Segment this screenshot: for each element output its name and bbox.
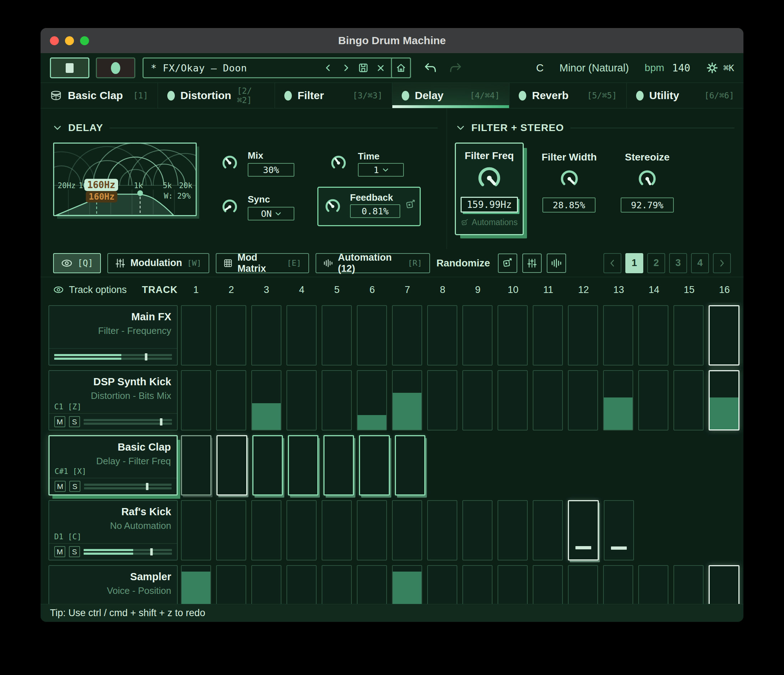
filter-curve-handle[interactable] (137, 190, 143, 196)
feedback-knob[interactable] (324, 198, 341, 215)
slider-handle[interactable] (146, 483, 148, 490)
step-cell-8[interactable] (427, 305, 457, 365)
step-cell-11[interactable] (533, 500, 563, 560)
page-button-3[interactable]: 3 (669, 253, 687, 273)
step-cell-4[interactable] (288, 435, 319, 496)
step-cell-8[interactable] (427, 500, 457, 560)
step-cell-5[interactable] (322, 500, 352, 560)
step-cell-3[interactable] (252, 435, 283, 496)
page-button-1[interactable]: 1 (625, 253, 643, 273)
step-cell-9[interactable] (462, 305, 493, 365)
time-knob[interactable] (330, 154, 347, 172)
stereoize-value[interactable]: 92.79% (621, 198, 674, 213)
track-card-sampler[interactable]: SamplerVoice - Position (48, 565, 178, 604)
prev-preset-icon[interactable] (324, 63, 333, 73)
step-cell-10[interactable] (498, 565, 528, 604)
track-card-dsp-synth-kick[interactable]: DSP Synth KickDistortion - Bits MixC1 [Z… (48, 370, 178, 431)
step-cell-7[interactable] (392, 305, 422, 365)
dice-icon[interactable] (405, 199, 416, 210)
step-cell-7[interactable] (395, 435, 425, 496)
step-cell-6[interactable] (357, 565, 387, 604)
track-level-slider[interactable] (84, 418, 172, 425)
step-cell-6[interactable] (357, 305, 387, 365)
step-cell-9[interactable] (462, 370, 493, 431)
mute-button[interactable]: M (54, 546, 65, 557)
slider-handle[interactable] (151, 548, 153, 555)
step-cell-1[interactable] (181, 370, 211, 431)
step-cell-12[interactable] (568, 370, 598, 431)
step-cell-4[interactable] (286, 305, 317, 365)
next-page-button[interactable] (713, 253, 731, 273)
step-cell-14[interactable] (638, 565, 669, 604)
step-cell-15[interactable] (674, 565, 703, 604)
step-cell-2[interactable] (216, 370, 246, 431)
solo-button[interactable]: S (69, 546, 80, 557)
tab-basic-clap[interactable]: Basic Clap[1] (40, 83, 158, 108)
step-cell-13[interactable] (604, 500, 634, 560)
page-button-4[interactable]: 4 (691, 253, 709, 273)
bpm-value[interactable]: 140 (672, 62, 690, 74)
step-cell-10[interactable] (498, 500, 528, 560)
step-cell-5[interactable] (322, 565, 352, 604)
randomize-params-button[interactable] (522, 254, 542, 273)
tab-reverb[interactable]: Reverb[5/⌘5] (509, 83, 627, 108)
step-cell-1[interactable] (181, 305, 211, 365)
stop-button[interactable] (50, 58, 89, 78)
step-cell-3[interactable] (251, 500, 282, 560)
save-preset-icon[interactable] (358, 63, 368, 73)
step-cell-11[interactable] (533, 370, 563, 431)
automation-button[interactable]: Automation (12) [R] (316, 253, 430, 273)
scale-selector[interactable]: Minor (Natural) (559, 62, 628, 74)
step-cell-7[interactable] (392, 565, 422, 604)
track-level-slider[interactable] (54, 353, 172, 361)
step-cell-2[interactable] (216, 305, 246, 365)
step-cell-4[interactable] (286, 500, 317, 560)
step-cell-5[interactable] (324, 435, 354, 496)
step-cell-10[interactable] (498, 370, 528, 431)
step-cell-2[interactable] (216, 500, 246, 560)
step-cell-12[interactable] (568, 565, 598, 604)
sync-select[interactable]: ON (248, 207, 294, 221)
bpm-control[interactable]: bpm 140 (645, 62, 690, 74)
mod-matrix-button[interactable]: Mod Matrix [E] (216, 253, 309, 273)
slider-handle[interactable] (160, 418, 163, 425)
track-level-slider[interactable] (84, 548, 172, 555)
randomize-dice-button[interactable] (498, 254, 517, 273)
home-preset-button[interactable] (391, 58, 411, 78)
step-cell-16[interactable] (709, 565, 739, 604)
solo-button[interactable]: S (69, 481, 81, 492)
step-cell-1[interactable] (181, 500, 211, 560)
step-cell-6[interactable] (359, 435, 389, 496)
solo-button[interactable]: S (69, 416, 80, 427)
step-cell-1[interactable] (181, 565, 211, 604)
clear-preset-icon[interactable] (376, 64, 385, 73)
step-cell-4[interactable] (286, 565, 317, 604)
automations-link[interactable]: Automations (461, 218, 518, 227)
tab-utility[interactable]: Utility[6/⌘6] (627, 83, 744, 108)
mute-button[interactable]: M (54, 481, 66, 492)
collapse-delay-icon[interactable] (53, 125, 62, 131)
step-cell-13[interactable] (603, 370, 633, 431)
undo-button[interactable] (423, 62, 437, 74)
step-cell-3[interactable] (251, 370, 282, 431)
step-cell-9[interactable] (462, 565, 493, 604)
page-button-2[interactable]: 2 (647, 253, 665, 273)
tab-filter[interactable]: Filter[3/⌘3] (275, 83, 392, 108)
tab-delay[interactable]: Delay[4/⌘4] (392, 83, 510, 108)
filter-freq-knob[interactable] (476, 165, 502, 191)
step-cell-11[interactable] (533, 305, 563, 365)
settings-button[interactable]: ⌘K (706, 62, 734, 74)
step-cell-3[interactable] (251, 565, 282, 604)
filter-width-knob[interactable] (559, 169, 579, 189)
track-level-slider[interactable] (84, 483, 171, 490)
step-cell-2[interactable] (216, 435, 247, 496)
delay-filter-graph[interactable]: 20Hz 100 1k 5k 20k W: 29% 160Hz 160Hz (53, 143, 197, 216)
step-cell-7[interactable] (392, 500, 422, 560)
quick-view-button[interactable]: [Q] (53, 253, 101, 273)
filter-freq-value[interactable]: 159.99Hz (460, 197, 518, 213)
time-select[interactable]: 1 (358, 163, 404, 177)
step-cell-7[interactable] (392, 370, 422, 431)
track-card-raf-s-kick[interactable]: Raf's KickNo AutomationD1 [C]MS (48, 500, 178, 560)
modulation-button[interactable]: Modulation [W] (107, 253, 209, 273)
step-cell-15[interactable] (674, 370, 703, 431)
